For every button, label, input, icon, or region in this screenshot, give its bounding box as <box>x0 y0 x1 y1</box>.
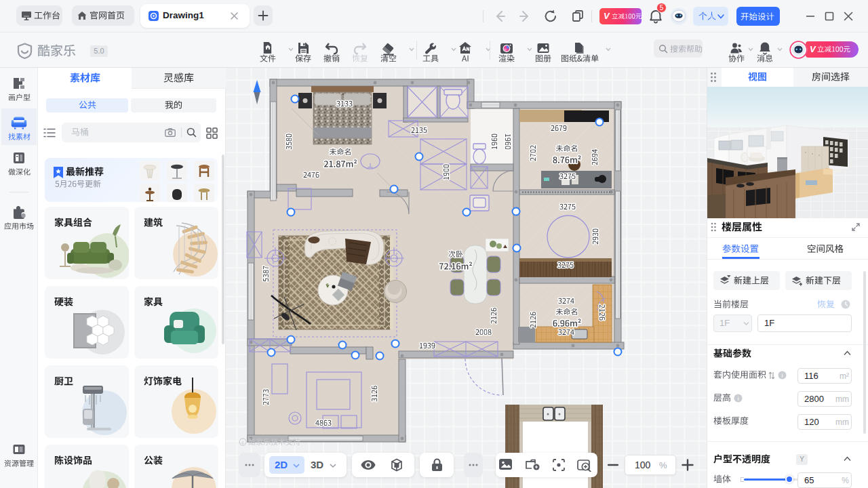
svg-text:i: i <box>782 372 783 379</box>
svg-text:i: i <box>738 395 739 402</box>
svg-text:c: c <box>241 440 244 445</box>
